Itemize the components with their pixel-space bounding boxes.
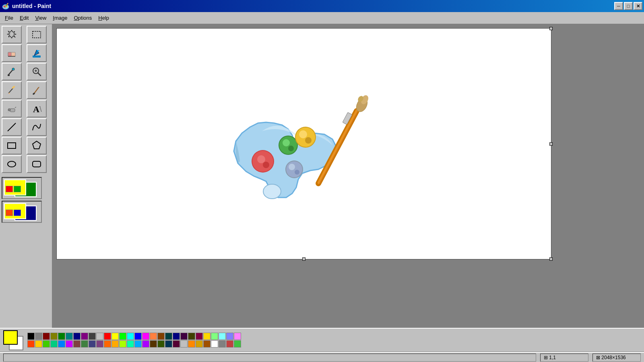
tool-line[interactable]: [2, 118, 22, 136]
color-swatch[interactable]: [119, 333, 126, 340]
maximize-button[interactable]: □: [624, 2, 633, 10]
tool-rectangle[interactable]: [2, 137, 22, 154]
tool-free-select[interactable]: [2, 26, 22, 43]
color-swatch[interactable]: [134, 340, 142, 348]
svg-rect-10: [8, 52, 11, 56]
tool-pencil[interactable]: [2, 81, 22, 99]
color-swatch[interactable]: [111, 340, 119, 348]
color-swatch[interactable]: [27, 340, 35, 348]
color-swatch[interactable]: [180, 340, 188, 348]
active-foreground-color[interactable]: [3, 330, 18, 345]
size-label: ⊠ 2048×1536: [596, 355, 626, 360]
tool-magnifier[interactable]: [27, 63, 47, 80]
color-swatch[interactable]: [43, 340, 50, 348]
resize-handle-top-right[interactable]: [549, 27, 553, 30]
color-swatch[interactable]: [43, 333, 50, 340]
color-swatch[interactable]: [127, 333, 134, 340]
color-swatch[interactable]: [104, 340, 111, 348]
svg-point-40: [263, 184, 281, 199]
color-swatch[interactable]: [173, 340, 180, 348]
color-swatch[interactable]: [27, 333, 35, 340]
color-swatch[interactable]: [157, 340, 165, 348]
resize-handle-mid-right[interactable]: [549, 142, 553, 146]
svg-point-28: [8, 109, 10, 111]
svg-rect-36: [8, 143, 16, 148]
paint-canvas[interactable]: [56, 28, 551, 259]
color-swatch[interactable]: [150, 340, 157, 348]
color-swatch[interactable]: [58, 340, 65, 348]
menu-edit[interactable]: Edit: [17, 14, 32, 22]
menu-options[interactable]: Options: [70, 14, 95, 22]
svg-marker-23: [8, 93, 9, 94]
color-swatch[interactable]: [89, 333, 96, 340]
menu-image[interactable]: Image: [50, 14, 70, 22]
color-swatch[interactable]: [226, 340, 233, 348]
color-swatch[interactable]: [234, 333, 241, 340]
color-swatch[interactable]: [142, 333, 149, 340]
color-swatch[interactable]: [157, 333, 165, 340]
color-swatch[interactable]: [73, 340, 80, 348]
tool-text[interactable]: A: [27, 100, 47, 117]
color-swatch[interactable]: [96, 333, 103, 340]
tool-eraser[interactable]: [2, 44, 22, 62]
color-swatch[interactable]: [203, 333, 211, 340]
svg-rect-39: [33, 161, 41, 167]
tool-eyedropper[interactable]: [2, 63, 22, 80]
tool-fill[interactable]: [27, 44, 47, 62]
svg-point-4: [5, 7, 6, 8]
color-swatch[interactable]: [127, 340, 134, 348]
tool-airbrush[interactable]: [2, 100, 22, 117]
color-swatch[interactable]: [226, 333, 233, 340]
color-swatch[interactable]: [73, 333, 80, 340]
menu-help[interactable]: Help: [95, 14, 112, 22]
color-swatch[interactable]: [35, 340, 42, 348]
color-swatch[interactable]: [165, 333, 172, 340]
tool-curve[interactable]: [27, 118, 47, 136]
color-swatch[interactable]: [66, 340, 73, 348]
tool-grid: A: [2, 26, 50, 173]
color-swatch[interactable]: [211, 333, 218, 340]
color-swatch[interactable]: [196, 340, 203, 348]
tool-ellipse[interactable]: [2, 155, 22, 173]
svg-point-14: [12, 68, 14, 70]
canvas-container[interactable]: [52, 24, 644, 328]
color-swatch[interactable]: [150, 333, 157, 340]
color-swatch[interactable]: [111, 333, 119, 340]
color-swatch[interactable]: [188, 333, 195, 340]
resize-handle-bottom-right[interactable]: [549, 257, 553, 261]
color-swatch[interactable]: [81, 333, 88, 340]
color-swatch[interactable]: [119, 340, 126, 348]
color-swatch[interactable]: [219, 340, 226, 348]
color-swatch[interactable]: [196, 333, 203, 340]
color-swatch[interactable]: [219, 333, 226, 340]
color-swatches: [27, 333, 241, 348]
color-swatch[interactable]: [58, 333, 65, 340]
menu-file[interactable]: File: [2, 14, 17, 22]
minimize-button[interactable]: ─: [614, 2, 623, 10]
color-swatch[interactable]: [96, 340, 103, 348]
tool-polygon[interactable]: [27, 137, 47, 154]
close-button[interactable]: ✕: [634, 2, 642, 10]
resize-handle-bottom-mid[interactable]: [302, 257, 305, 261]
tool-round-rect[interactable]: [27, 155, 47, 173]
color-swatch[interactable]: [104, 333, 111, 340]
color-swatch[interactable]: [203, 340, 211, 348]
tool-brush[interactable]: [27, 81, 47, 99]
menu-view[interactable]: View: [32, 14, 50, 22]
color-swatch[interactable]: [173, 333, 180, 340]
color-swatch[interactable]: [180, 333, 188, 340]
color-swatch[interactable]: [35, 333, 42, 340]
svg-line-17: [38, 73, 41, 76]
color-swatch[interactable]: [211, 340, 218, 348]
color-swatch[interactable]: [142, 340, 149, 348]
color-swatch[interactable]: [50, 340, 58, 348]
color-swatch[interactable]: [165, 340, 172, 348]
color-swatch[interactable]: [89, 340, 96, 348]
tool-rect-select[interactable]: [27, 26, 47, 43]
color-swatch[interactable]: [50, 333, 58, 340]
color-swatch[interactable]: [188, 340, 195, 348]
color-swatch[interactable]: [134, 333, 142, 340]
color-swatch[interactable]: [66, 333, 73, 340]
color-swatch[interactable]: [81, 340, 88, 348]
color-swatch[interactable]: [234, 340, 241, 348]
